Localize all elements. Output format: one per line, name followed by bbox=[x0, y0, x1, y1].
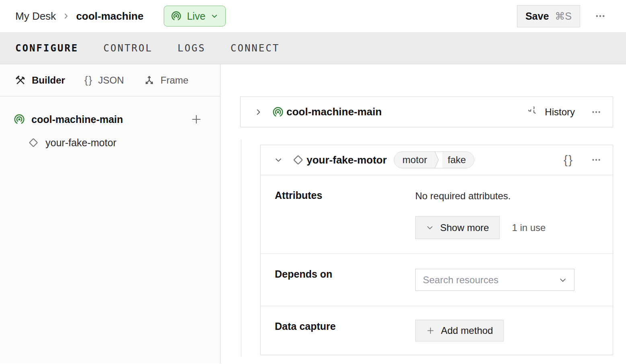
attributes-in-use-count: 1 in use bbox=[512, 222, 546, 233]
machine-icon bbox=[13, 113, 25, 125]
tag-type: motor bbox=[394, 152, 432, 168]
save-label: Save bbox=[525, 10, 549, 22]
tab-configure[interactable]: CONFIGURE bbox=[15, 43, 78, 54]
data-capture-label: Data capture bbox=[261, 306, 415, 355]
component-card-menu-button[interactable] bbox=[589, 153, 603, 167]
attributes-empty-text: No required attributes. bbox=[415, 190, 613, 202]
view-builder[interactable]: Builder bbox=[14, 74, 65, 86]
tree-machine-label: cool-machine-main bbox=[31, 114, 123, 125]
tree-item-machine[interactable]: cool-machine-main bbox=[0, 110, 220, 129]
data-capture-section: Data capture Add method bbox=[261, 306, 613, 355]
breadcrumb-parent-link[interactable]: My Desk bbox=[15, 10, 56, 22]
chevron-right-icon bbox=[62, 12, 70, 20]
tag-model: fake bbox=[442, 152, 474, 168]
machine-card-title: cool-machine-main bbox=[286, 106, 382, 118]
component-diamond-icon bbox=[28, 137, 39, 148]
component-card: your-fake-motor motor fake {} bbox=[260, 145, 613, 355]
save-button[interactable]: Save ⌘S bbox=[517, 5, 580, 27]
app-header: My Desk cool-machine Live Save ⌘S bbox=[0, 0, 626, 32]
component-type-model-tag: motor fake bbox=[394, 151, 474, 168]
add-method-button[interactable]: Add method bbox=[415, 320, 504, 342]
breadcrumb-current: cool-machine bbox=[76, 10, 144, 22]
plus-icon bbox=[190, 113, 202, 125]
braces-icon: {} bbox=[564, 153, 573, 167]
crossed-tools-icon bbox=[14, 74, 27, 86]
machine-card-menu-button[interactable] bbox=[589, 105, 603, 119]
view-frame-label: Frame bbox=[161, 75, 188, 86]
chevron-down-icon bbox=[211, 12, 218, 20]
tag-divider-chevron bbox=[433, 152, 439, 168]
view-json[interactable]: {} JSON bbox=[84, 74, 124, 86]
machine-status-dropdown[interactable]: Live bbox=[164, 6, 226, 27]
machine-menu-button[interactable] bbox=[593, 9, 607, 23]
view-json-label: JSON bbox=[98, 75, 124, 86]
plus-icon bbox=[426, 326, 435, 335]
config-sidebar: Builder {} JSON Frame bbox=[0, 64, 220, 364]
component-card-title: your-fake-motor bbox=[307, 154, 387, 166]
chevron-down-icon bbox=[426, 224, 434, 231]
attributes-section: Attributes No required attributes. Show … bbox=[261, 175, 613, 254]
component-diamond-icon bbox=[292, 154, 304, 166]
chevron-down-icon bbox=[559, 276, 567, 284]
tree-item-component[interactable]: your-fake-motor bbox=[0, 134, 220, 151]
show-more-label: Show more bbox=[440, 222, 489, 233]
ellipsis-icon bbox=[591, 107, 601, 117]
search-resources-input[interactable] bbox=[423, 274, 559, 286]
history-clock-icon bbox=[528, 106, 540, 118]
expand-machine-card-button[interactable] bbox=[253, 106, 264, 118]
machine-live-icon bbox=[171, 10, 182, 22]
header-actions: Save ⌘S bbox=[517, 5, 607, 27]
add-component-button[interactable] bbox=[189, 112, 204, 127]
view-frame[interactable]: Frame bbox=[143, 74, 188, 86]
chevron-right-icon bbox=[254, 108, 262, 116]
tab-connect[interactable]: CONNECT bbox=[231, 43, 280, 54]
history-label: History bbox=[545, 106, 575, 118]
machine-status-label: Live bbox=[187, 10, 206, 22]
chevron-down-icon bbox=[274, 156, 282, 164]
tree-connector-line bbox=[241, 139, 241, 357]
depends-on-label: Depends on bbox=[261, 254, 415, 306]
tab-logs[interactable]: LOGS bbox=[177, 43, 206, 54]
frame-axes-icon bbox=[143, 74, 155, 86]
machine-tab-bar: CONFIGURE CONTROL LOGS CONNECT bbox=[0, 32, 626, 64]
show-more-button[interactable]: Show more bbox=[415, 216, 500, 239]
tab-control[interactable]: CONTROL bbox=[103, 43, 152, 54]
config-main-panel: cool-machine-main History bbox=[220, 64, 626, 364]
depends-on-select[interactable] bbox=[415, 269, 575, 291]
resource-tree: cool-machine-main your-fake-motor bbox=[0, 96, 220, 151]
depends-on-section: Depends on bbox=[261, 254, 613, 306]
machine-card: cool-machine-main History bbox=[240, 96, 613, 127]
braces-icon: {} bbox=[84, 74, 93, 86]
view-toggle: Builder {} JSON Frame bbox=[0, 64, 220, 96]
history-button[interactable]: History bbox=[528, 106, 575, 118]
component-json-button[interactable]: {} bbox=[562, 151, 575, 168]
tree-component-label: your-fake-motor bbox=[45, 137, 116, 149]
breadcrumb: My Desk cool-machine bbox=[15, 10, 144, 22]
view-builder-label: Builder bbox=[32, 75, 65, 86]
ellipsis-icon bbox=[595, 10, 606, 22]
collapse-component-card-button[interactable] bbox=[273, 154, 284, 166]
save-shortcut: ⌘S bbox=[555, 10, 572, 22]
machine-icon bbox=[272, 106, 284, 118]
ellipsis-icon bbox=[591, 155, 601, 165]
component-card-header: your-fake-motor motor fake {} bbox=[261, 145, 613, 175]
attributes-label: Attributes bbox=[261, 175, 415, 254]
add-method-label: Add method bbox=[441, 325, 493, 336]
